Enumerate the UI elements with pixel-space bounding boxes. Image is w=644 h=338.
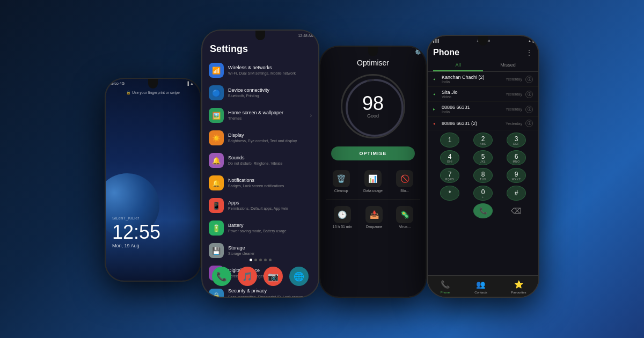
dialpad-backspace[interactable]: ⌫ [507, 203, 526, 218]
settings-item-text: Sounds Do not disturb, Ringtone, Vibrate [228, 155, 312, 166]
key-digit: * [449, 189, 451, 197]
opt-block[interactable]: 🚫 Blo... [396, 170, 413, 193]
settings-item-sub: Permissions, Default apps, App twin [228, 206, 312, 211]
opt-gear-icon[interactable]: ⚙️ [415, 49, 421, 55]
call-item-3[interactable]: ▸ 08886 66331 India Yesterday ⓘ [428, 102, 538, 117]
settings-item-sub: Do not disturb, Ringtone, Vibrate [228, 161, 312, 166]
settings-item-sub: Badges, Lock screen notifications [228, 183, 312, 188]
dialpad-key-2[interactable]: 2 ABC [473, 133, 493, 148]
opt-time[interactable]: 🕒 13 h 51 min [333, 206, 353, 229]
dialpad-key-7[interactable]: 7 PQRS [440, 168, 459, 183]
dock-camera-icon[interactable]: 📷 [264, 267, 283, 286]
opt-data-usage[interactable]: 📊 Data usage [363, 170, 383, 193]
call-outgoing-icon: ▸ [433, 107, 438, 112]
key-sub: GHI [447, 160, 452, 163]
phone-optimiser: ⚙️ Optimiser 98 Good OPTIMISE [319, 46, 427, 298]
key-sub: PQRS [445, 178, 454, 181]
dialpad-call-button[interactable]: 📞 [473, 203, 493, 218]
notch-3 [368, 47, 378, 56]
opt-title: Optimiser [320, 56, 426, 71]
dialpad-key-8[interactable]: 8 TUV [473, 168, 493, 183]
virus-label: Virus... [399, 225, 411, 229]
dialpad-row-1: 1 2 ABC 3 DEF [433, 133, 533, 148]
nav-favourites[interactable]: ⭐ Favourites [511, 279, 526, 294]
phone-app-header: Phone ⋮ [428, 46, 538, 60]
phone-lockscreen: Relco 4G ▐ ▲ ▮ 🔒 Use your fingerprint or… [105, 78, 201, 282]
settings-title: Settings [202, 40, 318, 59]
key-digit: 3 [515, 135, 518, 143]
settings-item-text: Wireless & networks Wi-Fi, Dual SIM sett… [228, 65, 312, 76]
settings-item-connectivity[interactable]: 🔵 Device connectivity Bluetooth, Printin… [202, 82, 318, 104]
tab-missed[interactable]: Missed [483, 60, 533, 71]
settings-item-apps[interactable]: 📱 Apps Permissions, Default apps, App tw… [202, 194, 318, 217]
phone-status-left: ▐▐▐ [432, 39, 439, 42]
key-digit: # [515, 189, 518, 197]
lock-status-carrier: Relco 4G [109, 82, 125, 85]
call-item-4[interactable]: ◂ 80886 66331 (2) Yesterday ⓘ [428, 117, 538, 130]
opt-circle: 98 Good [341, 74, 405, 138]
dock-phone-icon[interactable]: 📞 [212, 267, 231, 286]
lock-username: SiLenT_KiLler [112, 216, 200, 221]
opt-cleanup[interactable]: 🗑️ Cleanup [333, 170, 350, 193]
notch-2 [255, 31, 265, 40]
time-label: 13 h 51 min [333, 225, 353, 229]
settings-item-notifications[interactable]: 🔔 Notifications Badges, Lock screen noti… [202, 172, 318, 194]
call-item-type: India [442, 80, 502, 84]
opt-virus[interactable]: 🦠 Virus... [396, 206, 413, 229]
dialpad-key-9[interactable]: 9 WXYZ [507, 168, 526, 183]
call-item-1[interactable]: ◂ Kanchan Chachi (2) India Yesterday ⓘ [428, 72, 538, 87]
settings-item-sounds[interactable]: 🔔 Sounds Do not disturb, Ringtone, Vibra… [202, 149, 318, 172]
connectivity-icon: 🔵 [209, 85, 224, 100]
opt-optimise-button[interactable]: OPTIMISE [331, 146, 415, 160]
lock-time-date: Mon, 19 Aug [112, 243, 200, 248]
security-icon: 🔒 [209, 289, 224, 298]
more-options-icon[interactable]: ⋮ [525, 48, 533, 57]
settings-item-text: Apps Permissions, Default apps, App twin [228, 200, 312, 211]
settings-item-battery[interactable]: 🔋 Battery Power saving mode, Battery usa… [202, 217, 318, 239]
call-info-btn[interactable]: ⓘ [525, 91, 533, 98]
dialpad-key-0[interactable]: 0 + [473, 186, 493, 201]
key-digit: 9 [515, 171, 518, 178]
call-item-type: Video [442, 95, 502, 99]
call-info-btn[interactable]: ⓘ [525, 106, 533, 113]
key-digit: 7 [448, 171, 452, 178]
nav-phone-icon: 📞 [440, 279, 450, 290]
dialpad-row-2: 4 GHI 5 JKL 6 MNO [433, 150, 533, 165]
notch-4 [478, 36, 488, 46]
tab-all[interactable]: All [433, 60, 483, 71]
settings-item-text: Notifications Badges, Lock screen notifi… [228, 178, 312, 189]
dialpad-key-5[interactable]: 5 JKL [473, 150, 493, 165]
dock-music-icon[interactable]: 🎵 [238, 267, 257, 286]
dialpad-key-4[interactable]: 4 GHI [440, 150, 459, 165]
dialpad-key-6[interactable]: 6 MNO [507, 150, 526, 165]
key-sub: WXYZ [512, 178, 521, 181]
cleanup-label: Cleanup [334, 189, 348, 193]
phone-status-right: ▲ ▮ [528, 39, 534, 43]
dialpad-key-3[interactable]: 3 DEF [507, 133, 526, 148]
settings-item-security[interactable]: 🔒 Security & privacy Face recognition, F… [202, 284, 318, 298]
call-item-name: 80886 66331 (2) [442, 121, 502, 126]
call-info-btn[interactable]: ⓘ [525, 76, 533, 83]
cleanup-icon: 🗑️ [333, 170, 350, 187]
lock-fingerprint-text: 🔒 Use your fingerprint or swipe [109, 91, 197, 95]
dialpad-key-1[interactable]: 1 [440, 133, 459, 148]
display-icon: ☀️ [209, 130, 224, 145]
nav-contacts[interactable]: 👥 Contacts [474, 279, 487, 294]
settings-item-display[interactable]: ☀️ Display Brightness, Eye comfort, Text… [202, 127, 318, 149]
settings-item-label: Apps [228, 200, 312, 207]
call-item-info: 08886 66331 India [442, 105, 502, 114]
settings-item-homescreen[interactable]: 🖼️ Home screen & wallpaper Themes › [202, 104, 318, 127]
call-item-2[interactable]: ◂ Sita Jio Video Yesterday ⓘ [428, 87, 538, 102]
dock-web-icon[interactable]: 🌐 [289, 267, 309, 286]
settings-item-sub: Face recognition, Fingerprint ID, Lock s… [228, 295, 306, 298]
lock-time-container: SiLenT_KiLler 12:55 Mon, 19 Aug [106, 216, 200, 248]
dialpad-row-3: 7 PQRS 8 TUV 9 WXYZ [433, 168, 533, 183]
call-info-btn[interactable]: ⓘ [525, 120, 533, 127]
settings-item-wireless[interactable]: 📶 Wireless & networks Wi-Fi, Dual SIM se… [202, 59, 318, 82]
dialpad-key-hash[interactable]: # [507, 186, 526, 201]
opt-dropzone[interactable]: 📥 Dropzone [365, 206, 383, 229]
dialpad-key-star[interactable]: * [440, 186, 459, 201]
dialpad-spacer-left [440, 203, 459, 218]
nav-phone[interactable]: 📞 Phone [440, 279, 450, 294]
settings-item-label: Wireless & networks [228, 65, 312, 71]
